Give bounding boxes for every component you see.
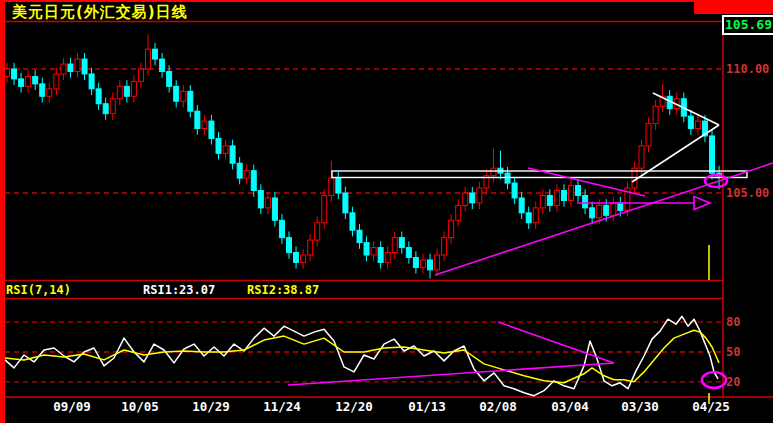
candle-down bbox=[195, 111, 200, 128]
candle-down bbox=[251, 171, 256, 191]
candle-down bbox=[237, 163, 242, 178]
horizontal-arrow-head[interactable] bbox=[694, 197, 710, 210]
candle-up bbox=[385, 253, 390, 263]
rsi2-line bbox=[5, 330, 719, 383]
candle-up bbox=[554, 191, 559, 206]
candle-up bbox=[181, 91, 186, 101]
candle-down bbox=[103, 104, 108, 114]
rsi-indicator-label[interactable]: RSI(7,14) bbox=[6, 284, 71, 296]
candle-down bbox=[209, 121, 214, 138]
candle-down bbox=[526, 213, 531, 223]
candle-down bbox=[576, 186, 581, 196]
candle-down bbox=[470, 193, 475, 203]
candle-down bbox=[519, 198, 524, 213]
candle-down bbox=[428, 260, 433, 270]
candle-up bbox=[653, 106, 658, 123]
candle-up bbox=[569, 186, 574, 201]
candle-up bbox=[244, 171, 249, 178]
candle-up bbox=[611, 203, 616, 215]
candle-down bbox=[364, 243, 369, 255]
candle-up bbox=[322, 195, 327, 222]
candle-down bbox=[68, 64, 73, 71]
candle-up bbox=[597, 205, 602, 217]
candle-up bbox=[329, 178, 334, 195]
candle-up bbox=[315, 223, 320, 240]
candle-down bbox=[216, 138, 221, 153]
candle-up bbox=[420, 260, 425, 267]
candle-up bbox=[223, 146, 228, 153]
x-axis-date-label: 03/04 bbox=[545, 401, 595, 414]
candle-up bbox=[26, 76, 31, 86]
rsi-axis-label: 20 bbox=[726, 376, 740, 388]
candle-down bbox=[604, 205, 609, 215]
rsi2-value-label: RSI2:38.87 bbox=[247, 284, 319, 296]
candle-down bbox=[40, 84, 45, 96]
candle-up bbox=[117, 86, 122, 98]
candle-down bbox=[406, 248, 411, 258]
candle-up bbox=[695, 121, 700, 128]
candle-down bbox=[336, 178, 341, 193]
candle-down bbox=[512, 183, 517, 198]
window-control-block[interactable] bbox=[694, 0, 773, 14]
window-top-border bbox=[0, 0, 773, 2]
candle-down bbox=[378, 248, 383, 263]
candle-up bbox=[138, 69, 143, 81]
rsi-axis-label: 50 bbox=[726, 346, 740, 358]
candle-down bbox=[230, 146, 235, 163]
candle-up bbox=[301, 255, 306, 262]
candle-down bbox=[188, 91, 193, 111]
chart-window: 美元日元(外汇交易)日线 105.69 RSI(7,14) RSI1:23.07… bbox=[0, 0, 773, 423]
candle-up bbox=[477, 188, 482, 203]
chart-canvas[interactable] bbox=[0, 0, 773, 423]
candle-down bbox=[343, 193, 348, 213]
candle-down bbox=[688, 116, 693, 128]
rsi-descending-trendline[interactable] bbox=[498, 322, 614, 363]
price-axis-label: 110.00 bbox=[726, 63, 769, 75]
rsi-axis-label: 80 bbox=[726, 316, 740, 328]
candle-up bbox=[54, 74, 59, 89]
x-axis-date-label: 11/24 bbox=[257, 401, 307, 414]
candle-down bbox=[618, 203, 623, 210]
x-axis-date-label: 01/13 bbox=[402, 401, 452, 414]
candle-up bbox=[463, 193, 468, 205]
candle-down bbox=[96, 89, 101, 104]
candle-down bbox=[279, 220, 284, 237]
pennant-lower-line[interactable] bbox=[632, 125, 719, 182]
candle-down bbox=[12, 69, 17, 79]
candle-down bbox=[174, 86, 179, 101]
candle-up bbox=[5, 69, 10, 76]
candle-up bbox=[146, 49, 151, 69]
candle-up bbox=[308, 240, 313, 255]
candle-up bbox=[47, 89, 52, 96]
x-axis-date-label: 12/20 bbox=[329, 401, 379, 414]
candle-down bbox=[287, 238, 292, 253]
candle-up bbox=[540, 195, 545, 207]
candle-down bbox=[710, 136, 715, 173]
candle-up bbox=[646, 124, 651, 146]
x-axis-date-label: 10/29 bbox=[186, 401, 236, 414]
resistance-channel-annotation[interactable] bbox=[332, 171, 747, 178]
candle-down bbox=[167, 71, 172, 86]
candle-up bbox=[110, 99, 115, 114]
candle-up bbox=[265, 198, 270, 208]
x-axis-date-label: 09/09 bbox=[47, 401, 97, 414]
candle-down bbox=[357, 230, 362, 242]
x-axis-date-label: 04/25 bbox=[686, 401, 736, 414]
x-axis-date-label: 02/08 bbox=[473, 401, 523, 414]
candle-down bbox=[160, 59, 165, 71]
candle-up bbox=[533, 208, 538, 223]
last-price-box: 105.69 bbox=[722, 15, 773, 35]
candle-down bbox=[350, 213, 355, 230]
candle-up bbox=[442, 238, 447, 255]
candle-up bbox=[435, 255, 440, 270]
candle-down bbox=[124, 86, 129, 96]
candle-down bbox=[590, 208, 595, 218]
candle-up bbox=[456, 205, 461, 220]
candle-up bbox=[639, 146, 644, 168]
candle-down bbox=[399, 238, 404, 248]
candle-down bbox=[19, 79, 24, 86]
candle-down bbox=[82, 59, 87, 74]
candle-up bbox=[491, 168, 496, 175]
candle-up bbox=[61, 64, 66, 74]
candle-up bbox=[75, 59, 80, 71]
